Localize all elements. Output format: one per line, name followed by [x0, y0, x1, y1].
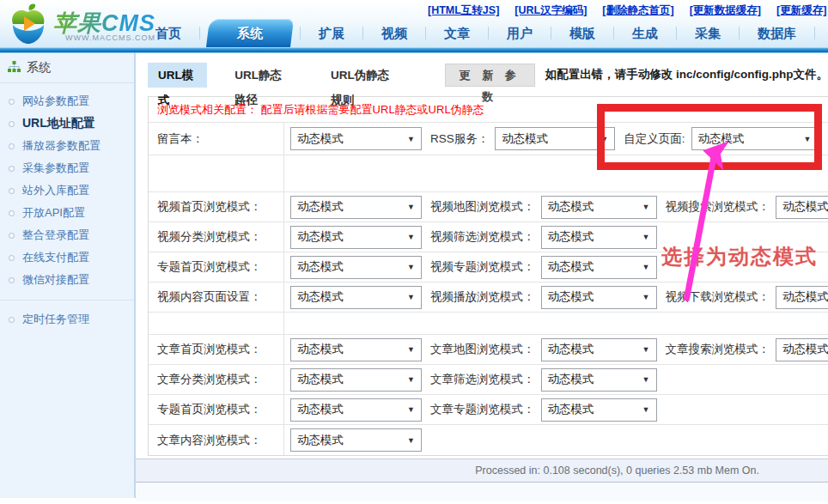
mode-select[interactable]: 动态模式▼ [495, 127, 615, 150]
field-label: 文章专题浏览模式： [430, 402, 535, 417]
select-value: 动态模式 [297, 372, 344, 387]
top-link[interactable]: [HTML互转JS] [428, 3, 499, 18]
sidebar-item[interactable]: 整合登录配置 [0, 224, 134, 246]
dropdown-arrow-icon: ▼ [407, 135, 415, 143]
app-logo[interactable]: 苹果CMS WWW.MACCMS.COM [7, 3, 155, 49]
mode-select[interactable]: 动态模式▼ [290, 256, 422, 279]
mode-select[interactable]: 动态模式▼ [541, 196, 657, 219]
row-label: 文章首页浏览模式： [149, 335, 284, 364]
mode-select[interactable]: 动态模式▼ [776, 196, 828, 219]
nav-item[interactable]: 用户 [489, 19, 551, 47]
row-label: 专题首页浏览模式： [149, 252, 284, 282]
update-params-button[interactable]: 更 新 参 数 [445, 64, 535, 87]
field-pair: 动态模式▼ [290, 368, 422, 392]
nav-item[interactable]: 生成 [614, 19, 676, 47]
select-value: 动态模式 [548, 342, 594, 357]
nav-item[interactable]: 文章 [426, 19, 488, 47]
mode-select[interactable]: 动态模式▼ [290, 398, 422, 422]
nav-item[interactable]: 采集 [677, 19, 739, 47]
select-value: 动态模式 [548, 199, 594, 215]
mode-select[interactable]: 动态模式▼ [541, 398, 657, 422]
select-value: 动态模式 [548, 259, 594, 275]
form-row: 文章首页浏览模式：动态模式▼文章地图浏览模式：动态模式▼文章搜索浏览模式：动态模… [149, 335, 828, 365]
sidebar-item[interactable]: URL地址配置 [0, 112, 134, 135]
settings-table: 浏览模式相关配置： 配置后请根据需要配置URL静态或URL伪静态 留言本：动态模… [148, 96, 828, 456]
top-link[interactable]: [更新数据缓存] [690, 3, 761, 18]
dropdown-arrow-icon: ▼ [642, 233, 650, 241]
sidebar-item[interactable]: 在线支付配置 [0, 246, 134, 269]
dropdown-arrow-icon: ▼ [642, 405, 650, 414]
mode-select[interactable]: 动态模式▼ [541, 226, 657, 249]
sidebar-item[interactable]: 站外入库配置 [0, 179, 134, 202]
mode-select[interactable]: 动态模式▼ [290, 286, 422, 309]
mode-select[interactable]: 动态模式▼ [290, 338, 422, 361]
field-label: 视频搜索浏览模式： [666, 199, 770, 215]
select-value: 动态模式 [297, 229, 344, 245]
sidebar-item-label: 定时任务管理 [22, 312, 89, 327]
radio-bullet-icon [9, 99, 15, 105]
config-warning-text: 如配置出错，请手动修改 inc/config/config.php文件。 [545, 67, 828, 82]
tab-item[interactable]: URL伪静态规则 [320, 63, 409, 88]
nav-item[interactable]: 首页 [137, 19, 199, 47]
sidebar-item[interactable]: 网站参数配置 [0, 90, 134, 112]
row-label: 留言本： [149, 123, 284, 155]
dropdown-arrow-icon: ▼ [804, 135, 812, 143]
radio-bullet-icon [9, 233, 15, 239]
mode-select[interactable]: 动态模式▼ [290, 428, 422, 452]
row-fields: 动态模式▼ [284, 428, 828, 452]
mode-select[interactable]: 动态模式▼ [290, 368, 422, 392]
top-link[interactable]: [更新缓存] [776, 3, 826, 18]
select-value: 动态模式 [782, 342, 828, 357]
top-link[interactable]: [URL汉字编码] [514, 3, 587, 18]
sidebar-item-label: 在线支付配置 [22, 250, 89, 265]
sidebar-item[interactable]: 开放API配置 [0, 202, 134, 224]
sidebar-item-label: 播放器参数配置 [22, 138, 100, 154]
row-label: 视频首页浏览模式： [149, 192, 284, 222]
tab-item[interactable]: URL静态路径 [224, 63, 303, 88]
sidebar-item[interactable]: 播放器参数配置 [0, 135, 134, 157]
dropdown-arrow-icon: ▼ [407, 375, 415, 384]
sidebar-item[interactable]: 采集参数配置 [0, 157, 134, 179]
mode-select[interactable]: 动态模式▼ [541, 286, 657, 309]
mode-select[interactable]: 动态模式▼ [290, 226, 422, 249]
tab-active[interactable]: URL模式 [148, 63, 207, 88]
field-label: 文章搜索浏览模式： [666, 342, 770, 357]
spacer-row [149, 155, 828, 192]
nav-item[interactable]: 模版 [551, 19, 613, 47]
nav-item[interactable]: 视频 [363, 19, 425, 47]
top-link[interactable]: [删除静态首页] [602, 3, 673, 18]
mode-select[interactable]: 动态模式▼ [776, 286, 828, 309]
sidebar-item[interactable]: 微信对接配置 [0, 269, 134, 291]
sidebar-list: 网站参数配置URL地址配置播放器参数配置采集参数配置站外入库配置开放API配置整… [0, 83, 134, 291]
dropdown-arrow-icon: ▼ [407, 345, 415, 354]
select-value: 动态模式 [297, 199, 344, 215]
spacer-row [149, 313, 828, 335]
mode-select[interactable]: 动态模式▼ [541, 368, 657, 392]
header: 苹果CMS WWW.MACCMS.COM [HTML互转JS][URL汉字编码]… [0, 0, 828, 53]
mode-select[interactable]: 动态模式▼ [290, 196, 422, 219]
dropdown-arrow-icon: ▼ [407, 436, 415, 445]
row-fields: 动态模式▼视频地图浏览模式：动态模式▼视频搜索浏览模式：动态模式▼ [284, 196, 828, 219]
field-pair: RSS服务：动态模式▼ [422, 127, 615, 150]
custom-page-mode-select[interactable]: 动态模式▼ [691, 127, 819, 150]
field-pair: 文章地图浏览模式：动态模式▼ [422, 338, 657, 361]
mode-select[interactable]: 动态模式▼ [541, 256, 657, 279]
row-fields: 动态模式▼文章地图浏览模式：动态模式▼文章搜索浏览模式：动态模式▼ [284, 338, 828, 361]
sitemap-icon [8, 61, 21, 75]
mode-select[interactable]: 动态模式▼ [541, 338, 657, 361]
field-label: 视频筛选浏览模式： [430, 229, 535, 245]
row-label: 文章内容浏览模式： [149, 425, 284, 455]
dropdown-arrow-icon: ▼ [642, 345, 650, 354]
field-label: 文章筛选浏览模式： [430, 372, 535, 387]
select-value: 动态模式 [297, 342, 344, 357]
mode-select[interactable]: 动态模式▼ [290, 127, 422, 150]
field-pair: 视频搜索浏览模式：动态模式▼ [657, 196, 828, 219]
nav-item[interactable]: 扩展 [301, 19, 362, 47]
mode-select[interactable]: 动态模式▼ [776, 338, 828, 361]
nav-item-active[interactable]: 系统 [206, 19, 294, 47]
sidebar-item[interactable]: 定时任务管理 [0, 308, 134, 331]
field-pair: 视频地图浏览模式：动态模式▼ [422, 196, 657, 219]
nav-item[interactable]: 数据库 [740, 19, 814, 47]
field-pair: 文章专题浏览模式：动态模式▼ [422, 398, 657, 422]
footer-below-area [136, 483, 828, 501]
